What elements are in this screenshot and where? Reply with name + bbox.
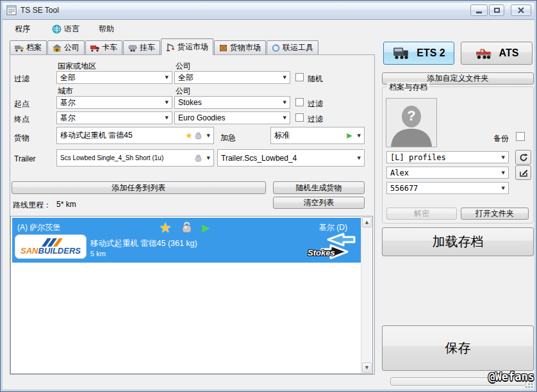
- tab-label: 货物市场: [230, 42, 261, 53]
- destination-company-select[interactable]: Euro Goodies ▼: [174, 111, 290, 124]
- random-cargo-button[interactable]: 随机生成货物: [273, 181, 365, 194]
- destination-company-value: Euro Goodies: [178, 113, 278, 122]
- cargo-value: 移动式起重机 雷德45: [60, 130, 183, 141]
- scroll-up-button[interactable]: ▲: [362, 217, 372, 227]
- tab-truck[interactable]: 卡车: [85, 40, 122, 54]
- destination-filter-checkbox[interactable]: [295, 113, 304, 122]
- scroll-down-button[interactable]: ▼: [362, 363, 372, 373]
- ats-button[interactable]: ATS: [461, 42, 533, 65]
- job-list-item-selected[interactable]: (A) 萨尔茨堡 ★ ▶ 基尔 (D) SANBUILDERS 移动式起重机 雷: [12, 218, 361, 263]
- maximize-button[interactable]: [489, 4, 504, 16]
- close-button[interactable]: [511, 4, 531, 16]
- backup-checkbox[interactable]: [516, 132, 525, 141]
- trailer-row-label: Trailer: [14, 154, 36, 163]
- sender-company-name: SANBUILDERS: [21, 247, 81, 255]
- chevron-down-icon: ▼: [354, 133, 364, 138]
- job-list-scrollbar[interactable]: ▲ ▼: [361, 217, 372, 373]
- urgent-label: 加急: [220, 133, 236, 143]
- tab-trailer[interactable]: 挂车: [123, 40, 160, 54]
- urgency-select[interactable]: 标准 ▶ ▼: [270, 127, 365, 144]
- trailer-definition-select[interactable]: Trailer.Scs_Lowbed_4 ▼: [217, 149, 365, 167]
- save-button[interactable]: 保存: [382, 325, 534, 371]
- ats-button-label: ATS: [499, 47, 519, 59]
- trailer-value: Scs Lowbed Single_4_Sh Short (1u): [60, 154, 193, 161]
- app-window: TS SE Tool 程序 语言 帮助 档案: [0, 0, 537, 392]
- intermodal-tools-icon: [272, 44, 280, 52]
- tab-label: 档案: [26, 42, 42, 53]
- cargo-select[interactable]: 移动式起重机 雷德45 ★ ▼: [56, 127, 214, 144]
- clear-list-button[interactable]: 清空列表: [273, 197, 365, 209]
- origin-filter-checkbox[interactable]: [295, 98, 304, 106]
- chevron-down-icon: ▼: [162, 75, 172, 80]
- tab-strip: 档案 公司 卡车 挂车 货运市场 货物市场 联运工具: [10, 38, 319, 54]
- job-cargo-name: 移动式起重机 雷德45: [90, 239, 165, 248]
- add-job-button[interactable]: 添加任务到列表: [12, 181, 266, 194]
- title-bar[interactable]: TS SE Tool: [1, 1, 536, 20]
- origin-company-select[interactable]: Stokes ▼: [174, 96, 290, 109]
- tab-profile[interactable]: 档案: [10, 40, 47, 54]
- tab-freight-market[interactable]: 货运市场: [161, 38, 213, 55]
- profile-icon: [15, 44, 24, 52]
- minimize-button[interactable]: [470, 4, 488, 16]
- random-checkbox[interactable]: [295, 73, 304, 81]
- route-distance-value: 5* km: [56, 200, 76, 209]
- add-job-button-label: 添加任务到列表: [112, 183, 166, 193]
- destination-row-label: 终点: [14, 114, 29, 125]
- weight-icon: [181, 220, 192, 237]
- clear-list-button-label: 清空列表: [304, 197, 335, 208]
- destination-filter-checkbox-label: 过滤: [308, 114, 323, 125]
- open-folder-button[interactable]: 打开文件夹: [461, 208, 529, 220]
- tab-company[interactable]: 公司: [47, 40, 85, 54]
- origin-city-select[interactable]: 基尔 ▼: [56, 96, 172, 109]
- urgency-value: 标准: [274, 130, 345, 141]
- load-save-button[interactable]: 加载存档: [382, 227, 534, 256]
- route-distance-label: 路线里程：: [13, 200, 51, 211]
- ets2-button[interactable]: ETS 2: [383, 42, 454, 65]
- chevron-down-icon: ▼: [354, 156, 364, 161]
- watermark: @Wefans: [488, 370, 534, 383]
- tab-intermodal-tools[interactable]: 联运工具: [267, 40, 318, 54]
- save-button-label: 保存: [445, 339, 471, 357]
- destination-city-select[interactable]: 基尔 ▼: [56, 111, 172, 124]
- freight-market-icon: [166, 43, 175, 51]
- trailer-icon: [128, 44, 137, 52]
- origin-city-value: 基尔: [60, 97, 160, 108]
- maximize-icon: [494, 8, 500, 13]
- menu-help[interactable]: 帮助: [94, 22, 119, 37]
- random-cargo-button-label: 随机生成货物: [296, 183, 342, 193]
- filter-country-value: 全部: [60, 72, 160, 83]
- receiver-company-logo: Stokes: [306, 232, 359, 260]
- filter-country-select[interactable]: 全部 ▼: [56, 71, 172, 84]
- weight-icon: [195, 154, 202, 163]
- menu-help-label: 帮助: [99, 24, 114, 35]
- ats-truck-icon: [475, 46, 493, 60]
- chevron-down-icon: ▼: [162, 100, 172, 105]
- menu-program-label: 程序: [15, 24, 30, 35]
- avatar-question-glyph: ?: [386, 108, 436, 124]
- sender-company-logo: SANBUILDERS: [15, 234, 87, 259]
- chevron-down-icon: ▼: [162, 115, 172, 120]
- load-save-button-label: 加载存档: [433, 233, 484, 250]
- profiles-folder-value: [L] profiles: [390, 153, 497, 162]
- chevron-down-icon: ▼: [499, 186, 508, 191]
- edit-profile-button[interactable]: [515, 165, 531, 180]
- trailer-select[interactable]: Scs Lowbed Single_4_Sh Short (1u) ▼: [56, 149, 214, 167]
- menu-program[interactable]: 程序: [10, 22, 35, 37]
- profile-select[interactable]: Alex ▼: [386, 167, 509, 179]
- profile-avatar: ?: [386, 98, 437, 147]
- chevron-down-icon: ▼: [499, 155, 508, 160]
- column-header-company: 公司: [176, 61, 191, 72]
- backup-checkbox-label: 备份: [493, 133, 509, 144]
- refresh-button[interactable]: [515, 150, 531, 165]
- save-slot-select[interactable]: 556677 ▼: [386, 182, 509, 194]
- decrypt-button: 解密: [386, 208, 457, 220]
- cargo-market-icon: [219, 44, 227, 52]
- menu-language[interactable]: 语言: [47, 22, 85, 37]
- profiles-folder-select[interactable]: [L] profiles ▼: [386, 151, 509, 163]
- job-list[interactable]: (A) 萨尔茨堡 ★ ▶ 基尔 (D) SANBUILDERS 移动式起重机 雷: [10, 216, 373, 374]
- job-destination-city: 基尔: [319, 223, 335, 232]
- filter-company-select[interactable]: 全部 ▼: [174, 71, 290, 84]
- tab-label: 货运市场: [178, 42, 208, 53]
- job-cargo-weight: (361 kg): [168, 239, 197, 248]
- tab-cargo-market[interactable]: 货物市场: [214, 40, 266, 54]
